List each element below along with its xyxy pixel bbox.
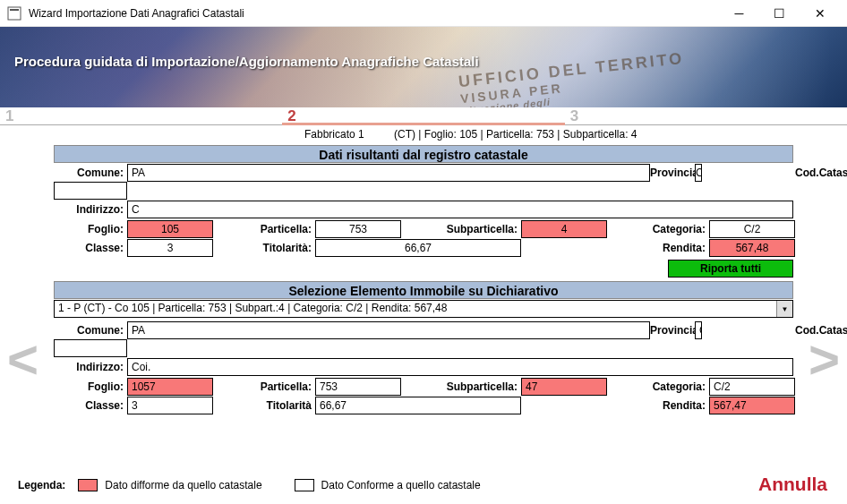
lbl-titolarita-1: Titolarità:: [240, 239, 315, 257]
immobile-dropdown-text: 1 - P (CT) - Co 105 | Particella: 753 | …: [58, 302, 447, 314]
field-titolarita-2[interactable]: [315, 397, 521, 414]
wizard-steps: 1 2 3: [0, 107, 847, 125]
header-watermark: UFFICIO DEL TERRITO VISURA PER Situazion…: [458, 49, 688, 107]
lbl-categoria-1: Categoria:: [634, 220, 709, 238]
close-button[interactable]: ✕: [800, 0, 840, 26]
immobile-dropdown[interactable]: 1 - P (CT) - Co 105 | Particella: 753 | …: [54, 300, 793, 318]
field-categoria-1[interactable]: [709, 220, 795, 238]
lbl-provincia-1: Provincia:: [650, 164, 695, 182]
header-title: Procedura guidata di Importazione/Aggior…: [14, 54, 479, 69]
window-title: Wizard Importazione Dati Anagrafici Cata…: [29, 7, 719, 20]
field-particella-1[interactable]: [315, 220, 401, 238]
context-fabbricato: Fabbricato 1: [304, 128, 364, 141]
field-classe-1[interactable]: [127, 239, 213, 257]
lbl-particella-2: Particella:: [240, 378, 315, 396]
field-provincia-2[interactable]: [695, 321, 702, 339]
legend-text-conforme: Dato Conforme a quello catastale: [321, 479, 481, 491]
lbl-foglio-1: Foglio:: [54, 220, 127, 238]
lbl-comune-2: Comune:: [54, 321, 127, 339]
lbl-titolarita-2: Titolarità: [240, 397, 315, 414]
field-rendita-1[interactable]: [709, 239, 795, 257]
field-titolarita-1[interactable]: [315, 239, 521, 257]
legend-swatch-conforme: [295, 479, 314, 491]
lbl-subparticella-2: Subparticella:: [428, 378, 521, 396]
lbl-comune-1: Comune:: [54, 164, 127, 182]
field-categoria-2[interactable]: [709, 378, 795, 396]
maximize-button[interactable]: ☐: [759, 0, 800, 26]
lbl-indirizzo-2: Indirizzo:: [54, 358, 127, 376]
field-subparticella-2[interactable]: [521, 378, 607, 396]
legend-label: Legenda:: [18, 479, 65, 491]
lbl-foglio-2: Foglio:: [54, 378, 127, 396]
lbl-indirizzo-1: Indirizzo:: [54, 201, 127, 218]
svg-rect-1: [10, 9, 19, 11]
legend-text-difforme: Dato difforme da quello catastale: [105, 479, 261, 491]
annulla-button[interactable]: Annulla: [758, 474, 827, 495]
lbl-codcat-1: Cod.Catastale:: [795, 164, 829, 182]
field-codcat-1[interactable]: [54, 182, 127, 200]
field-indirizzo-1[interactable]: [127, 201, 793, 218]
field-codcat-2[interactable]: [54, 339, 127, 357]
step-1[interactable]: 1: [0, 107, 282, 124]
riporta-tutti-button[interactable]: Riporta tutti: [668, 260, 793, 278]
lbl-categoria-2: Categoria:: [634, 378, 709, 396]
context-line: Fabbricato 1 (CT) | Foglio: 105 | Partic…: [0, 125, 847, 143]
step-3[interactable]: 3: [565, 107, 847, 124]
next-arrow[interactable]: >: [808, 333, 840, 387]
minimize-button[interactable]: ─: [719, 0, 759, 26]
prev-arrow[interactable]: <: [7, 333, 38, 387]
field-particella-2[interactable]: [315, 378, 401, 396]
field-comune-1[interactable]: [127, 164, 650, 182]
field-foglio-1[interactable]: [127, 220, 213, 238]
lbl-classe-2: Classe:: [54, 397, 127, 414]
section1-header: Dati risultanti dal registro catastale: [54, 145, 793, 163]
lbl-classe-1: Classe:: [54, 239, 127, 257]
field-rendita-2[interactable]: [709, 397, 795, 414]
lbl-particella-1: Particella:: [240, 220, 315, 238]
legend-swatch-difforme: [78, 479, 98, 491]
chevron-down-icon[interactable]: ▼: [776, 301, 792, 317]
field-classe-2[interactable]: [127, 397, 213, 414]
step-indicator: [282, 123, 564, 125]
field-foglio-2[interactable]: [127, 378, 213, 396]
app-icon: [7, 6, 21, 21]
field-subparticella-1[interactable]: [521, 220, 607, 238]
field-indirizzo-2[interactable]: [127, 358, 793, 376]
field-provincia-1[interactable]: [695, 164, 702, 182]
field-comune-2[interactable]: [127, 321, 650, 339]
context-suffix: (CT) | Foglio: 105 | Particella: 753 | S…: [394, 128, 637, 141]
window-titlebar: Wizard Importazione Dati Anagrafici Cata…: [0, 0, 847, 27]
lbl-subparticella-1: Subparticella:: [428, 220, 521, 238]
section2-header: Selezione Elemento Immobile su Dichiarat…: [54, 281, 793, 299]
header-banner: Procedura guidata di Importazione/Aggior…: [0, 27, 847, 107]
lbl-rendita-1: Rendita:: [634, 239, 709, 257]
legend: Legenda: Dato difforme da quello catasta…: [18, 479, 481, 491]
lbl-rendita-2: Rendita:: [634, 397, 709, 414]
lbl-provincia-2: Provincia:: [650, 321, 695, 339]
